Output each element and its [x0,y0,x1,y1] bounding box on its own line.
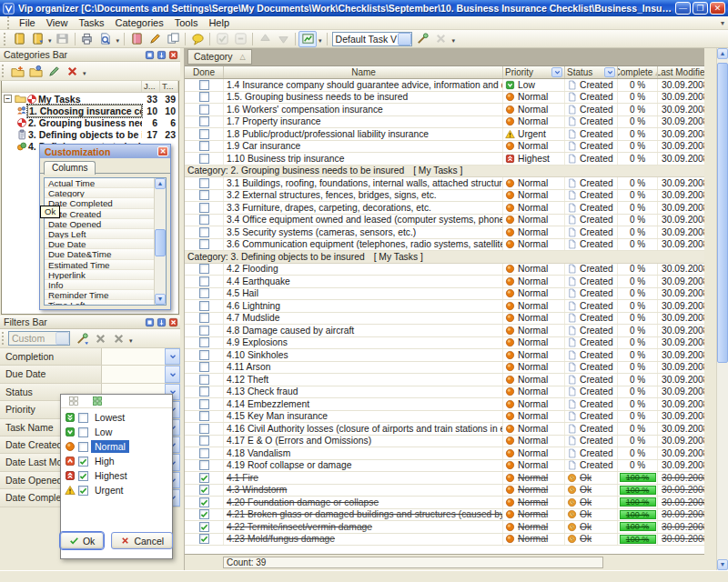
done-checkbox[interactable] [199,92,209,102]
done-checkbox[interactable] [199,264,209,274]
close-button[interactable] [167,317,178,327]
customization-column-item[interactable]: Date Created [45,209,154,219]
done-checkbox[interactable] [199,386,209,396]
priority-option-urgent[interactable]: Urgent [61,483,172,497]
done-checkbox[interactable] [199,313,209,323]
menu-item-file[interactable]: File [14,16,41,29]
table-row[interactable]: 4.20 Foundation damage or collapseNormal… [185,497,704,509]
menu-item-tools[interactable]: Tools [169,16,204,29]
pin-button[interactable] [156,50,167,60]
table-row[interactable]: 4.10 SinkholesNormalCreated0 %30.09.2008… [185,349,704,362]
report-button[interactable] [298,31,317,47]
check-all-button[interactable] [90,395,105,407]
done-checkbox[interactable] [199,326,209,336]
customization-titlebar[interactable]: Customization ✕ [40,145,170,158]
tree-col-t[interactable]: T... [160,81,178,92]
table-row[interactable]: 3.3 Furniture, drapes, carpeting, decora… [185,202,704,215]
pin-button[interactable] [156,317,167,327]
database-open-button[interactable] [28,31,46,47]
clear-filter-button[interactable] [91,330,109,346]
done-checkbox[interactable] [199,301,209,311]
customization-column-item[interactable]: Actual Time [45,178,154,188]
table-row[interactable]: 1.5. Grouping business needs to be insur… [185,92,704,105]
checkbox-unchecked[interactable] [78,427,88,437]
done-checkbox-checked[interactable] [199,534,209,544]
done-checkbox-checked[interactable] [199,497,209,507]
print-preview-button[interactable] [96,31,115,47]
table-row[interactable]: 3.5 Security systems (cameras, sensors, … [185,226,704,239]
customization-column-item[interactable]: Category [45,188,154,198]
customization-column-item[interactable]: Date Completed [45,198,154,208]
done-checkbox[interactable] [199,105,209,115]
close-button[interactable]: ✕ [710,2,725,15]
grid-scroll-thumb[interactable] [717,63,728,363]
combo-dropdown-icon[interactable] [398,33,411,45]
customization-column-item[interactable]: Due Date [45,239,154,249]
table-row[interactable]: 1.8 Public/product/professional liabilit… [185,128,704,141]
minimize-panel-button[interactable] [144,50,155,60]
done-checkbox[interactable] [199,411,209,421]
menu-item-categories[interactable]: Categories [110,16,169,29]
task-edit-button[interactable] [146,31,164,47]
priority-option-highest[interactable]: Highest [61,468,172,483]
category-tree-item[interactable]: 3. Defining objects to be insured1723 [2,129,178,141]
category-group-row[interactable]: Category: 2. Grouping business needs to … [185,166,704,178]
table-row[interactable]: 4.16 Civil Authority losses (closure of … [185,423,704,436]
table-row[interactable]: 4.23 Mold/fungus damageNormalOk100 %30.0… [185,534,704,547]
priority-filter-icon[interactable] [551,67,562,77]
database-new-button[interactable] [10,31,28,47]
menu-item-help[interactable]: Help [203,16,235,29]
ok-button[interactable]: Ok [60,532,104,549]
done-checkbox[interactable] [199,460,209,470]
done-checkbox[interactable] [199,362,209,372]
cancel-button[interactable]: Cancel [111,532,173,549]
category-tree-item[interactable]: 2. Grouping business needs to be in:66 [2,116,178,128]
category-properties-button[interactable] [26,63,45,79]
grid-scroll-up-icon[interactable]: ▲ [717,48,728,59]
checkbox-checked[interactable] [78,471,88,481]
group-by-category-box[interactable]: Category △ [187,49,252,65]
table-row[interactable]: 1.4 Insurance company should guarantee a… [185,79,704,92]
table-row[interactable]: 4.5 HailNormalCreated0 %30.09.2008 17:34 [185,288,704,301]
toolbar-caret-icon[interactable]: ▾ [115,35,122,47]
menu-overflow-caret-icon[interactable]: ▾ [721,19,724,27]
menu-item-view[interactable]: View [41,16,74,29]
print-button[interactable] [78,31,96,47]
done-checkbox[interactable] [199,436,209,446]
customization-column-item[interactable]: Time Left [45,300,154,305]
delete-category-button[interactable] [63,63,81,79]
done-checkbox[interactable] [199,448,209,458]
customization-column-item[interactable]: Estimated Time [45,260,154,270]
done-checkbox[interactable] [199,178,209,188]
grid-scroll-track[interactable] [717,59,728,559]
checkbox-unchecked[interactable] [78,413,88,423]
customization-column-item[interactable]: Info [45,280,154,290]
status-filter-icon[interactable] [604,67,615,77]
category-group-row[interactable]: Category: 3. Defining objects to be insu… [185,251,704,264]
filter-dropdown-button[interactable] [165,366,180,382]
table-row[interactable]: 4.6 LightningNormalCreated0 %30.09.2008 … [185,300,704,313]
done-checkbox[interactable] [199,116,209,126]
done-checkbox[interactable] [199,399,209,409]
table-row[interactable]: 4.9 ExplosionsNormalCreated0 %30.09.2008… [185,337,704,350]
edit-category-button[interactable] [45,63,63,79]
table-row[interactable]: 4.4 EarthquakeNormalCreated0 %30.09.2008… [185,276,704,288]
column-header-done[interactable]: Done [185,66,224,78]
table-row[interactable]: 4.11 ArsonNormalCreated0 %30.09.2008 17:… [185,362,704,375]
priority-option-lowest[interactable]: Lowest [61,410,172,425]
customization-column-item[interactable]: Days Left [45,229,154,239]
table-row[interactable]: 4.21 Broken glass or damaged buildings a… [185,509,704,522]
category-tree-item[interactable]: 1. Choosing insurance company1010 [2,105,178,116]
filter-preset-combo[interactable]: Custom [8,331,70,346]
scroll-down-icon[interactable]: ▼ [155,294,166,305]
tree-collapse-icon[interactable]: − [4,95,12,103]
scroll-track[interactable] [155,189,166,294]
filter-dropdown-button[interactable] [165,348,180,365]
table-row[interactable]: 1.9 Car insuranceNormalCreated0 %30.09.2… [185,141,704,154]
toolbar-caret-icon[interactable]: ▾ [46,35,54,47]
customization-column-item[interactable]: Date Opened [45,219,154,229]
note-button[interactable] [188,31,207,47]
tab-columns[interactable]: Columns [44,161,96,175]
customization-column-item[interactable]: Hyperlink [45,270,154,280]
done-checkbox[interactable] [199,424,209,434]
